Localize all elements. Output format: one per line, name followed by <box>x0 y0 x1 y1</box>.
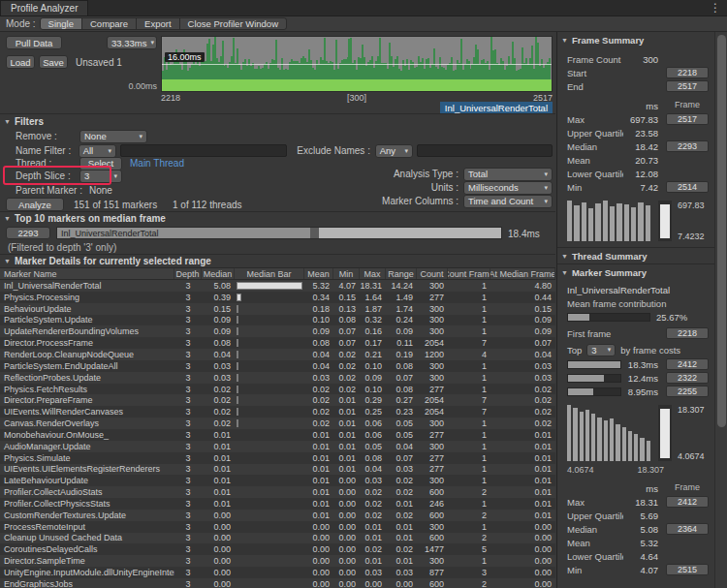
scrollbar-thumb[interactable] <box>717 35 726 427</box>
units-dropdown[interactable]: Milliseconds ▾ <box>463 181 553 195</box>
median-bar-cell <box>235 384 304 395</box>
table-row[interactable]: Director.PrepareFrame30.020.020.010.290.… <box>0 394 555 406</box>
remove-dropdown[interactable]: None ▾ <box>79 130 147 143</box>
save-button[interactable]: Save <box>39 55 68 69</box>
col-depth[interactable]: Depth <box>174 268 202 279</box>
table-row[interactable]: Physics.Simulate30.010.010.010.080.07277… <box>0 452 555 464</box>
col-range[interactable]: Range <box>386 268 417 279</box>
frame-badge[interactable]: 2412 <box>666 358 709 370</box>
table-row[interactable]: EndGraphicsJobs30.000.000.000.000.006002… <box>0 578 555 588</box>
table-row[interactable]: RenderLoop.CleanupNodeQueue30.040.040.02… <box>0 349 555 360</box>
top10-main-segment[interactable]: Inl_UniversalRenderTotal <box>57 228 310 238</box>
col-min[interactable]: Min <box>333 268 360 279</box>
frame-badge[interactable]: 2517 <box>666 113 709 125</box>
thread-summary-foldout[interactable]: ▼ Thread Summary <box>557 247 714 263</box>
cell-count-frame: 1 <box>448 441 490 452</box>
start-frame-badge[interactable]: 2218 <box>666 67 709 78</box>
mode-single-button[interactable]: Single <box>40 17 82 30</box>
table-row[interactable]: AudioManager.Update30.010.010.010.050.04… <box>0 441 555 452</box>
top10-foldout[interactable]: ▼ Top 10 markers on median frame <box>4 213 166 224</box>
table-row[interactable]: Director.SampleTime30.000.000.000.010.01… <box>0 555 555 567</box>
table-row[interactable]: Physics.Processing30.390.340.151.641.492… <box>0 292 555 303</box>
cell-min: 4.07 <box>333 280 360 292</box>
cell-depth: 3 <box>174 510 202 521</box>
cell-median: 0.01 <box>202 452 235 464</box>
marker-details-foldout[interactable]: ▼ Marker Details for currently selected … <box>4 256 211 266</box>
load-button[interactable]: Load <box>6 55 35 69</box>
cell-max: 0.03 <box>360 475 386 486</box>
table-row[interactable]: Profiler.CollectAudioStats30.010.010.000… <box>0 486 555 498</box>
frame-badge[interactable]: 2364 <box>666 523 709 535</box>
filters-foldout[interactable]: ▼ Filters <box>4 116 44 127</box>
kebab-menu-icon[interactable]: ⋮ <box>710 1 721 15</box>
table-row[interactable]: Director.ProcessFrame30.080.080.070.170.… <box>0 337 555 349</box>
marker-columns-dropdown[interactable]: Time and Count ▾ <box>463 195 553 208</box>
table-row[interactable]: UIEvents.UIElementsRegisterRenderers30.0… <box>0 464 555 476</box>
table-row[interactable]: UpdateRendererBoundingVolumes30.090.090.… <box>0 325 555 337</box>
frame-badge[interactable]: 2293 <box>666 140 709 152</box>
table-row[interactable]: CoroutinesDelayedCalls30.000.000.000.020… <box>0 543 555 555</box>
table-row[interactable]: ReflectionProbes.Update30.030.030.020.09… <box>0 372 555 384</box>
exclude-names-dropdown[interactable]: Any ▾ <box>375 144 413 158</box>
table-row[interactable]: BehaviourUpdate30.150.180.131.871.743001… <box>0 303 555 315</box>
cell-count-frame: 1 <box>448 452 490 464</box>
table-row[interactable]: Profiler.CollectPhysicsStats30.010.010.0… <box>0 498 555 510</box>
col-count-frame[interactable]: Count Frame <box>448 268 490 279</box>
table-row[interactable]: Canvas.RenderOverlays30.020.020.010.060.… <box>0 418 555 429</box>
cell-median: 0.09 <box>202 315 235 326</box>
col-at-median-frame[interactable]: At Median Frame <box>490 268 555 279</box>
frame-badge[interactable]: 2322 <box>666 372 709 384</box>
frame-col-label: Frame <box>666 100 709 111</box>
col-median-bar[interactable]: Median Bar <box>235 268 304 279</box>
first-frame-badge[interactable]: 2218 <box>666 327 709 339</box>
col-mean[interactable]: Mean <box>304 268 333 279</box>
table-row[interactable]: Monobehaviour.OnMouse_30.010.010.010.060… <box>0 429 555 441</box>
table-row[interactable]: ParticleSystem.Update30.090.100.080.320.… <box>0 315 555 326</box>
cell-depth: 3 <box>174 498 202 510</box>
frame-summary-foldout[interactable]: ▼ Frame Summary <box>557 32 714 47</box>
col-max[interactable]: Max <box>360 268 386 279</box>
mode-export-button[interactable]: Export <box>136 17 179 30</box>
box-min-label: 7.4232 <box>678 232 705 241</box>
table-row[interactable]: Cleanup Unused Cached Data30.000.000.000… <box>0 533 555 544</box>
table-row[interactable]: Inl_UniversalRenderTotal35.085.324.0718.… <box>0 280 555 292</box>
frame-badge[interactable]: 2255 <box>666 386 709 397</box>
frame-badge[interactable]: 2412 <box>666 496 709 508</box>
median-bar <box>237 362 238 370</box>
col-median[interactable]: Median <box>202 268 235 279</box>
median-frame-badge[interactable]: 2293 <box>6 227 50 239</box>
table-row[interactable]: CustomRenderTextures.Update30.000.010.00… <box>0 510 555 521</box>
exclude-names-input[interactable] <box>417 144 553 157</box>
table-row[interactable]: UIEvents.WillRenderCanvases30.020.020.01… <box>0 406 555 418</box>
table-row[interactable]: ProcessRemoteInput30.000.000.000.010.013… <box>0 521 555 533</box>
top10-marker-segment[interactable] <box>318 228 319 238</box>
cell-count: 277 <box>417 429 448 441</box>
col-marker-name[interactable]: Marker Name <box>0 268 174 279</box>
top-n-dropdown[interactable]: 3 ▾ <box>586 344 616 356</box>
analyze-button[interactable]: Analyze <box>6 198 64 211</box>
pull-data-button[interactable]: Pull Data <box>6 36 62 49</box>
cell-name: ParticleSystem.EndUpdateAll <box>0 360 174 372</box>
median-bar-cell <box>235 464 304 476</box>
table-row[interactable]: Physics.FetchResults30.020.020.020.100.0… <box>0 384 555 395</box>
table-row[interactable]: UnityEngine.InputModule.dllUnityEngineIn… <box>0 567 555 578</box>
frame-scale-dropdown[interactable]: 33.33ms ▾ <box>107 36 157 49</box>
analysis-type-dropdown[interactable]: Total ▾ <box>463 168 553 181</box>
frame-badge[interactable]: 2515 <box>666 564 709 575</box>
marker-summary-foldout[interactable]: ▼ Marker Summary <box>557 263 714 280</box>
median-bar-cell <box>235 315 304 326</box>
col-count[interactable]: Count <box>417 268 448 279</box>
depth-slice-dropdown[interactable]: 3 ▾ <box>79 170 122 183</box>
cell-max: 0.06 <box>360 429 386 441</box>
table-row[interactable]: ParticleSystem.EndUpdateAll30.030.040.02… <box>0 360 555 372</box>
vertical-scrollbar[interactable] <box>714 32 727 588</box>
tab-profile-analyzer[interactable]: Profile Analyzer <box>0 0 88 15</box>
cell-count-frame: 7 <box>448 337 490 349</box>
table-row[interactable]: LateBehaviourUpdate30.010.010.000.030.02… <box>0 475 555 486</box>
frame-time-graph[interactable]: 16.00ms <box>161 36 553 92</box>
close-profiler-window-button[interactable]: Close Profiler Window <box>179 17 287 30</box>
end-frame-badge[interactable]: 2517 <box>666 80 709 92</box>
stat-ms-value: 20.73 <box>623 155 658 166</box>
frame-badge[interactable]: 2514 <box>666 181 709 193</box>
mode-compare-button[interactable]: Compare <box>81 17 137 30</box>
